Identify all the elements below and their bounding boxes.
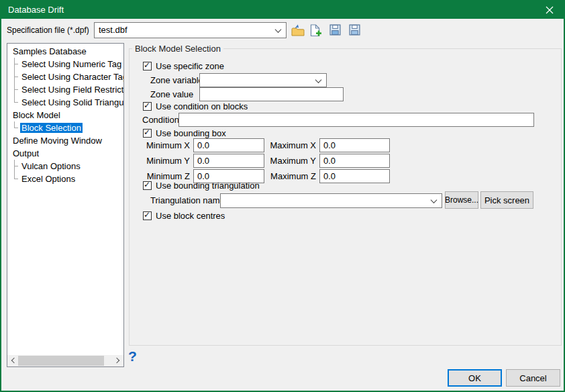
- bounding-box-row: Minimum ZMaximum Z: [1, 169, 565, 183]
- zone-value-label: Zone value: [150, 89, 193, 99]
- tree-horizontal-scrollbar[interactable]: [7, 355, 123, 366]
- spec-file-toolbar: [291, 23, 364, 37]
- tree-item-label: Select Using Field Restriction: [20, 85, 123, 95]
- tree-item[interactable]: Samples Database: [7, 45, 123, 58]
- help-icon[interactable]: ?: [128, 348, 137, 364]
- window-title: Database Drift: [8, 1, 64, 19]
- tree-item[interactable]: Select Using Field Restriction: [7, 83, 123, 96]
- tree-item[interactable]: Select Using Character Tag: [7, 70, 123, 83]
- zone-variable-combobox[interactable]: [199, 73, 327, 87]
- tree-item[interactable]: Block Model: [7, 109, 123, 121]
- use-bounding-triangulation-label: Use bounding triangulation: [156, 181, 260, 191]
- zone-variable-label: Zone variable: [150, 75, 203, 85]
- max-input[interactable]: [319, 169, 390, 183]
- bounding-box-row: Minimum XMaximum X: [1, 138, 565, 152]
- save-spec-file-as-icon[interactable]: [349, 24, 364, 37]
- browse-button[interactable]: Browse...: [445, 191, 478, 209]
- cancel-button[interactable]: Cancel: [506, 369, 560, 387]
- tree-connector: [14, 83, 18, 90]
- close-button[interactable]: [535, 1, 564, 19]
- chevron-down-icon: [431, 197, 438, 203]
- tree-connector: [14, 96, 18, 103]
- tree-item[interactable]: Select Using Numeric Tag: [7, 58, 123, 70]
- use-bounding-triangulation-checkbox[interactable]: [143, 181, 152, 190]
- save-spec-file-icon[interactable]: [329, 24, 344, 37]
- max-input[interactable]: [319, 154, 390, 168]
- triangulation-name-label: Triangulation name: [150, 195, 225, 205]
- navigation-tree-panel: Samples DatabaseSelect Using Numeric Tag…: [7, 43, 124, 367]
- tree-item-label: Select Using Numeric Tag: [20, 59, 123, 69]
- min-input[interactable]: [193, 138, 264, 152]
- tree: Samples DatabaseSelect Using Numeric Tag…: [7, 45, 123, 354]
- tree-item-label: Samples Database: [11, 46, 88, 56]
- min-label: Minimum X: [136, 140, 190, 150]
- spec-file-value: test.dbf: [99, 23, 272, 38]
- zone-value-input[interactable]: [199, 87, 344, 101]
- tree-connector: [14, 70, 18, 77]
- use-condition-label: Use condition on blocks: [156, 101, 248, 111]
- title-bar[interactable]: Database Drift: [1, 1, 564, 19]
- scroll-right-arrow-icon[interactable]: [112, 355, 123, 366]
- new-spec-file-icon[interactable]: [310, 24, 325, 37]
- max-input[interactable]: [319, 138, 390, 152]
- tree-item[interactable]: Select Using Solid Triangulation: [7, 96, 123, 109]
- ok-button[interactable]: OK: [448, 369, 502, 387]
- database-drift-dialog: Database Drift Specification file (*.dpf…: [0, 0, 565, 392]
- condition-label: Condition: [142, 115, 179, 125]
- use-specific-zone-label: Use specific zone: [156, 61, 224, 71]
- use-block-centres-checkbox[interactable]: [143, 211, 152, 220]
- tree-connector: [14, 121, 18, 128]
- spec-file-combobox[interactable]: test.dbf: [94, 22, 287, 38]
- tree-connector: [14, 58, 18, 64]
- group-title: Block Model Selection: [132, 44, 223, 54]
- max-label: Maximum Z: [266, 171, 316, 181]
- tree-item-label: Select Using Solid Triangulation: [20, 97, 123, 107]
- tree-item-label: Block Selection: [20, 123, 83, 133]
- scrollbar-thumb[interactable]: [18, 356, 104, 366]
- chevron-down-icon: [275, 26, 282, 33]
- min-input[interactable]: [193, 154, 264, 168]
- max-label: Maximum Y: [266, 156, 316, 166]
- tree-item[interactable]: Block Selection: [7, 121, 123, 134]
- bounding-box-row: Minimum YMaximum Y: [1, 154, 565, 168]
- use-condition-checkbox[interactable]: [143, 102, 152, 111]
- use-specific-zone-checkbox[interactable]: [143, 62, 152, 70]
- chevron-down-icon: [315, 77, 322, 83]
- spec-file-label: Specification file (*.dpf): [7, 22, 89, 38]
- condition-input[interactable]: [178, 113, 534, 127]
- min-label: Minimum Y: [136, 156, 190, 166]
- pick-screen-button[interactable]: Pick screen: [480, 191, 533, 209]
- tree-item-label: Select Using Character Tag: [20, 72, 123, 82]
- triangulation-name-combobox[interactable]: [220, 193, 442, 208]
- use-bounding-box-label: Use bounding box: [156, 128, 226, 138]
- scroll-left-arrow-icon[interactable]: [7, 355, 19, 366]
- tree-item-label: Block Model: [11, 110, 62, 120]
- close-icon: [546, 6, 554, 14]
- use-bounding-box-checkbox[interactable]: [143, 129, 152, 138]
- open-spec-file-icon[interactable]: [291, 24, 305, 37]
- max-label: Maximum X: [266, 140, 316, 150]
- use-block-centres-label: Use block centres: [156, 211, 225, 221]
